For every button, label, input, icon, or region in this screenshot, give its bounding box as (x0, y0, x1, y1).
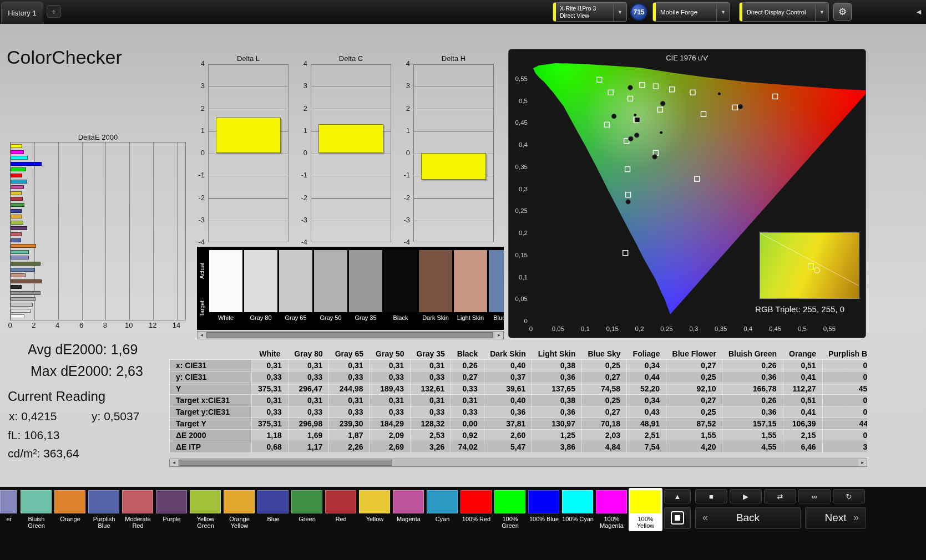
table-cell: 0,25 (581, 360, 626, 371)
table-cell: 137,65 (532, 383, 582, 395)
meter-dropdown[interactable]: X-Rite i1Pro 3 Direct View ▼ (553, 2, 627, 22)
patch-100-cyan[interactable]: 100% Cyan (561, 488, 595, 531)
table-cell: 2,53 (410, 430, 451, 441)
table-cell: 0,68 (252, 441, 289, 453)
patch-green[interactable]: Green (290, 488, 324, 531)
deltae-bar-dark-skin (11, 279, 42, 283)
table-column-header: Black (451, 348, 484, 360)
table-scrollbar-thumb[interactable] (179, 460, 392, 466)
pattern-window-button[interactable] (664, 507, 691, 529)
patch-blue[interactable]: Blue (256, 488, 290, 531)
collapse-panel-icon[interactable]: ◀ (913, 4, 924, 19)
meter-label: X-Rite i1Pro 3 Direct View (560, 5, 596, 19)
reading-fl: fL: 106,13 (8, 429, 59, 442)
table-cell: 2,60 (484, 430, 532, 441)
table-cell: 0,31 (329, 395, 370, 406)
loop-icon[interactable]: ∞ (798, 489, 831, 503)
patch-100-green[interactable]: 100% Green (493, 488, 527, 531)
table-cell: 0,33 (252, 406, 289, 418)
table-column-header: Gray 50 (370, 348, 410, 360)
patch-swatch (359, 490, 390, 513)
patch-detail-inset (760, 232, 859, 299)
chevron-down-icon[interactable]: ▼ (613, 3, 626, 21)
table-column-header: Bluish Green (722, 348, 783, 360)
table-column-header: Gray 65 (329, 348, 370, 360)
chevron-down-icon[interactable]: ▼ (815, 3, 828, 21)
patch-bluish-green[interactable]: Bluish Green (19, 488, 53, 531)
strip-scrollbar[interactable]: ◄ ► (197, 331, 504, 339)
patch-purplish-blue[interactable]: Purplish Blue (87, 488, 121, 531)
deltae-bar-cyan (11, 180, 27, 184)
max-de2000: Max dE2000: 2,63 (31, 363, 143, 379)
patch-magenta[interactable]: Magenta (392, 488, 426, 531)
patch-label: Yellow Green (189, 516, 222, 529)
add-tab-button[interactable]: + (47, 5, 61, 18)
axis-tick-label: 4 (190, 59, 205, 68)
strip-swatch-label: Gray 35 (349, 314, 382, 321)
pattern-window-icon-inner (675, 515, 680, 521)
table-column-header: Light Skin (532, 348, 582, 360)
next-button[interactable]: Next » (805, 507, 866, 529)
workflow-dropdown[interactable]: Mobile Forge ▼ (652, 2, 730, 22)
table-column-header: White (252, 348, 289, 360)
back-button[interactable]: « Back (695, 507, 801, 529)
up-icon[interactable]: ▲ (664, 489, 691, 503)
table-cell: 0,43 (627, 406, 666, 418)
patch-orange[interactable]: Orange (53, 488, 87, 531)
chevron-down-icon[interactable]: ▼ (716, 3, 730, 21)
axis-tick-label: 0,2 (510, 230, 528, 236)
step-icon[interactable]: ⇄ (764, 489, 796, 503)
patch-swatch (562, 490, 593, 513)
patch-100-yellow[interactable]: 100% Yellow (629, 488, 662, 531)
gear-icon[interactable]: ⚙ (833, 3, 852, 21)
table-cell: 1,55 (666, 430, 722, 441)
reading-y: y: 0,5037 (92, 410, 139, 423)
axis-tick-label: 0,4 (743, 325, 752, 332)
strip-swatch-label: White (209, 314, 242, 321)
tab-history-1[interactable]: History 1 (1, 2, 43, 24)
table-cell: 2,26 (329, 441, 370, 453)
table-cell: 0,31 (410, 395, 451, 406)
scroll-right-icon[interactable]: ► (858, 459, 867, 466)
play-icon[interactable]: ▶ (730, 489, 762, 503)
cie-target-point (623, 251, 628, 256)
patch-yellow[interactable]: Yellow (358, 488, 392, 531)
patch-partial[interactable]: er (0, 488, 18, 531)
strip-swatch-label: Gray 65 (279, 314, 312, 321)
patch-purple[interactable]: Purple (155, 488, 189, 531)
table-scrollbar[interactable]: ◄ ► (169, 459, 867, 467)
patch-swatch (461, 490, 492, 513)
table-row-label: Y (170, 383, 252, 395)
strip-scrollbar-thumb[interactable] (206, 332, 493, 338)
patch-100-magenta[interactable]: 100% Magenta (595, 488, 629, 531)
patch-swatch (393, 490, 424, 513)
patch-moderate-red[interactable]: Moderate Red (121, 488, 155, 531)
patch-100-red[interactable]: 100% Red (459, 488, 493, 531)
display-control-label: Direct Display Control (747, 3, 814, 21)
back-label: Back (736, 512, 760, 524)
axis-tick-label: 4 (293, 59, 307, 68)
patch-100-blue[interactable]: 100% Blue (527, 488, 561, 531)
scroll-left-icon[interactable]: ◄ (198, 332, 206, 339)
patch-swatch (596, 490, 627, 513)
workflow-status-stripe (653, 3, 656, 21)
cie-measured-point (635, 133, 639, 138)
display-control-dropdown[interactable]: Direct Display Control ▼ (739, 2, 829, 22)
table-cell: 1,87 (329, 430, 370, 441)
patch-cyan[interactable]: Cyan (426, 488, 459, 531)
table-row: x: CIE310,310,310,310,310,310,260,400,38… (170, 360, 868, 371)
patch-yellow-green[interactable]: Yellow Green (189, 488, 222, 531)
patch-red[interactable]: Red (324, 488, 358, 531)
scroll-right-icon[interactable]: ► (495, 332, 503, 339)
axis-tick-label: -1 (396, 171, 410, 179)
patch-orange-yellow[interactable]: Orange Yellow (222, 488, 256, 531)
table-cell: 7,54 (627, 441, 666, 453)
scroll-left-icon[interactable]: ◄ (170, 459, 178, 466)
table-cell: 1,17 (288, 441, 328, 453)
stop-icon[interactable]: ■ (695, 489, 727, 503)
strip-swatch-label: Black (384, 314, 417, 321)
axis-tick-label: 6 (79, 321, 83, 329)
table-cell: 1,69 (288, 430, 328, 441)
refresh-icon[interactable]: ↻ (833, 489, 865, 503)
axis-tick-label: 0,35 (510, 164, 528, 170)
